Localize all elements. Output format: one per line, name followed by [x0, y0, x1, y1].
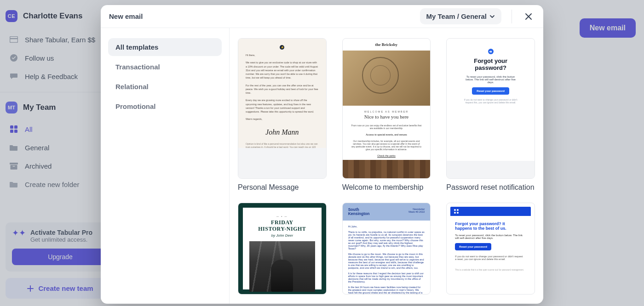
template-thumbnail: the Bricksby WELCOME AS MEMBER Nice to h…: [342, 38, 431, 179]
modal-title: New email: [109, 12, 143, 20]
template-label: Password reset notification: [446, 183, 535, 192]
thumb-headline: Forgot your password?: [458, 58, 523, 72]
project-selector-label: My Team / General: [426, 12, 487, 20]
thumb-text: Access to special events, and venues: [343, 131, 431, 138]
template-thumbnail: South Kensington Newsletter Week #3 2022: [342, 203, 431, 295]
arrow-icon: ➜: [488, 49, 494, 54]
thumb-text: In the last 24 hours we have seen facili…: [348, 286, 425, 295]
divider: [512, 10, 512, 23]
thumb-footer: This is a website that is a free open so…: [455, 269, 526, 271]
app-root: CE Charlotte Evans ··· Share Tabular, Ea…: [0, 0, 644, 306]
category-promotional[interactable]: Promotional: [108, 97, 222, 115]
thumb-text: From now on you can enjoy the endless se…: [343, 122, 431, 131]
template-thumbnail: ➜ Forgot your password? To reset your pa…: [446, 38, 535, 179]
thumb-signature: John Mann: [246, 127, 319, 138]
template-thumbnail: — • — FRIDAY HISTORY-NIGHT by John Deer: [238, 203, 327, 295]
thumb-headline: FRIDAY HISTORY-NIGHT: [249, 220, 315, 232]
thumb-text: Our membership includes, for example, al…: [343, 138, 431, 153]
thumb-text: To reset your password, click the button…: [463, 75, 518, 84]
category-sidebar: All templates Transactional Relational P…: [101, 28, 230, 304]
thumb-text: If you do not want to change your passwo…: [461, 98, 521, 104]
category-relational[interactable]: Relational: [108, 78, 222, 96]
project-selector[interactable]: My Team / General: [420, 8, 501, 24]
template-card-forgot-password-blue[interactable]: Forgot your password? It happens to the …: [446, 203, 535, 295]
template-card-welcome-membership[interactable]: the Bricksby WELCOME AS MEMBER Nice to h…: [342, 38, 431, 192]
grid-dots-icon: [454, 209, 459, 214]
new-email-modal: New email My Team / General All: [101, 5, 543, 304]
thumb-headline: Nice to have you here: [349, 114, 424, 119]
modal-overlay: New email My Team / General All: [0, 0, 644, 306]
thumb-text: Warm regards,: [246, 117, 319, 121]
thumb-eyebrow: — • —: [249, 215, 315, 218]
close-icon: [525, 13, 532, 20]
thumb-brand: the Bricksby: [343, 39, 431, 51]
thumb-text: To reset your password, click the button…: [455, 234, 526, 239]
thumb-text: Hi John,: [348, 225, 425, 228]
thumb-button: Reset your password: [455, 243, 491, 250]
thumb-headline: Forgot your password? It happens to the …: [455, 221, 515, 231]
bolt-icon: ⚡: [280, 45, 284, 50]
thumb-text: Hi there,: [246, 53, 319, 57]
thumb-cta: Check the perks: [343, 154, 431, 157]
thumb-text: We choose to go to the moon. We choose t…: [348, 253, 425, 269]
thumb-text: It is for these reasons that I regard th…: [348, 272, 425, 283]
thumb-eyebrow: WELCOME AS MEMBER: [349, 110, 424, 113]
chevron-down-icon: [489, 14, 495, 19]
template-card-password-reset[interactable]: ➜ Forgot your password? To reset your pa…: [446, 38, 535, 192]
template-label: Welcome to membership: [342, 183, 431, 192]
template-card-personal-message[interactable]: ⚡ Hi there, We want to give you an exclu…: [238, 38, 327, 192]
thumb-image: [343, 160, 431, 179]
template-grid: ⚡ Hi there, We want to give you an exclu…: [230, 28, 543, 304]
thumb-brand: South Kensington: [348, 208, 370, 216]
thumb-text: We want to give you an exclusive code to…: [246, 61, 319, 79]
thumb-meta: Newsletter Week #3 2022: [408, 208, 425, 213]
thumb-photo: [249, 241, 315, 292]
category-all-templates[interactable]: All templates: [108, 38, 222, 56]
thumb-byline: by John Deer: [249, 233, 315, 238]
thumb-text: Every day we are growing more excited to…: [246, 98, 319, 113]
template-card-south-kensington[interactable]: South Kensington Newsletter Week #3 2022: [342, 203, 431, 295]
modal-header: New email My Team / General: [101, 5, 543, 28]
template-thumbnail: ⚡ Hi there, We want to give you an exclu…: [238, 38, 327, 179]
thumb-brand-band: [450, 207, 531, 216]
thumb-text: For the rest of the year, you can use th…: [246, 84, 319, 95]
template-card-friday-history-night[interactable]: — • — FRIDAY HISTORY-NIGHT by John Deer: [238, 203, 327, 295]
thumb-button: Reset your password: [472, 87, 509, 95]
category-transactional[interactable]: Transactional: [108, 58, 222, 76]
thumb-text: If you do not want to change your passwo…: [455, 255, 524, 261]
modal-body: All templates Transactional Relational P…: [101, 28, 543, 304]
thumb-text: There is no strife, no prejudice, no nat…: [348, 231, 425, 250]
template-thumbnail: Forgot your password? It happens to the …: [446, 203, 535, 295]
template-label: Personal Message: [238, 183, 327, 192]
thumb-hero-image: [343, 51, 431, 106]
close-button[interactable]: [522, 10, 535, 23]
